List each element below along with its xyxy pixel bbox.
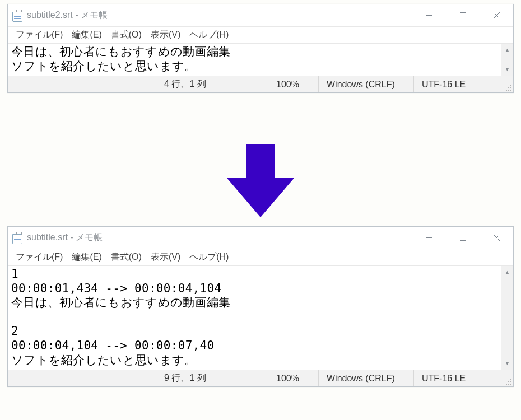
- content-area: 1 00:00:01,434 --> 00:00:04,104 今日は、初心者に…: [8, 266, 513, 370]
- menu-format[interactable]: 書式(O): [106, 28, 146, 42]
- notepad-icon: [12, 10, 22, 22]
- menu-format[interactable]: 書式(O): [106, 250, 146, 264]
- scroll-track[interactable]: [501, 56, 513, 63]
- menubar: ファイル(F) 編集(E) 書式(O) 表示(V) ヘルプ(H): [8, 27, 513, 44]
- svg-rect-8: [508, 90, 509, 91]
- menu-file[interactable]: ファイル(F): [11, 250, 67, 264]
- menu-edit[interactable]: 編集(E): [67, 28, 106, 42]
- notepad-icon: [12, 232, 22, 244]
- close-button[interactable]: [480, 4, 513, 26]
- scroll-down-button[interactable]: ▼: [501, 63, 513, 76]
- maximize-button[interactable]: [446, 4, 480, 26]
- text-editor[interactable]: 今日は、初心者にもおすすめの動画編集 ソフトを紹介したいと思います。: [8, 44, 501, 76]
- svg-rect-1: [460, 13, 466, 18]
- titlebar[interactable]: subtitle.srt - メモ帳: [8, 227, 513, 249]
- statusbar: 9 行、1 列 100% Windows (CRLF) UTF-16 LE: [8, 370, 513, 386]
- menu-view[interactable]: 表示(V): [146, 250, 185, 264]
- text-editor[interactable]: 1 00:00:01,434 --> 00:00:04,104 今日は、初心者に…: [8, 266, 501, 370]
- status-encoding: UTF-16 LE: [413, 76, 503, 92]
- down-arrow-icon: [0, 144, 521, 217]
- status-position: 4 行、1 列: [156, 76, 268, 92]
- content-area: 今日は、初心者にもおすすめの動画編集 ソフトを紹介したいと思います。 ▲ ▼: [8, 44, 513, 76]
- svg-rect-15: [510, 379, 511, 380]
- resize-grip[interactable]: [503, 370, 513, 386]
- scroll-up-button[interactable]: ▲: [501, 44, 513, 56]
- maximize-button[interactable]: [446, 227, 480, 249]
- scroll-track[interactable]: [501, 278, 513, 357]
- status-spacer: [8, 76, 156, 92]
- status-encoding: UTF-16 LE: [413, 370, 503, 386]
- svg-rect-19: [508, 384, 509, 385]
- titlebar[interactable]: subtitle2.srt - メモ帳: [8, 4, 513, 27]
- statusbar: 4 行、1 列 100% Windows (CRLF) UTF-16 LE: [8, 76, 513, 92]
- svg-rect-18: [510, 384, 511, 385]
- status-eol: Windows (CRLF): [318, 76, 413, 92]
- menubar: ファイル(F) 編集(E) 書式(O) 表示(V) ヘルプ(H): [8, 249, 513, 266]
- window-controls: [412, 4, 513, 26]
- window-controls: [412, 227, 513, 249]
- vertical-scrollbar[interactable]: ▲ ▼: [501, 266, 513, 370]
- menu-view[interactable]: 表示(V): [146, 28, 185, 42]
- menu-edit[interactable]: 編集(E): [67, 250, 106, 264]
- status-position: 9 行、1 列: [156, 370, 268, 386]
- svg-rect-9: [506, 90, 507, 91]
- svg-rect-17: [508, 381, 509, 382]
- svg-rect-5: [510, 87, 511, 88]
- notepad-window-2: subtitle.srt - メモ帳 ファイル(F) 編集(E) 書式(O) 表…: [7, 226, 514, 387]
- svg-rect-12: [460, 235, 466, 241]
- status-eol: Windows (CRLF): [318, 370, 413, 386]
- scroll-down-button[interactable]: ▼: [501, 357, 513, 370]
- svg-rect-4: [510, 85, 511, 86]
- menu-help[interactable]: ヘルプ(H): [185, 250, 233, 264]
- menu-file[interactable]: ファイル(F): [11, 28, 67, 42]
- svg-rect-20: [506, 384, 507, 385]
- status-zoom: 100%: [268, 370, 318, 386]
- status-zoom: 100%: [268, 76, 318, 92]
- svg-rect-16: [510, 381, 511, 382]
- scroll-up-button[interactable]: ▲: [501, 266, 513, 278]
- resize-grip[interactable]: [503, 76, 513, 92]
- window-title: subtitle.srt - メモ帳: [27, 232, 412, 244]
- minimize-button[interactable]: [412, 4, 446, 26]
- notepad-window-1: subtitle2.srt - メモ帳 ファイル(F) 編集(E) 書式(O) …: [7, 4, 514, 93]
- svg-marker-10: [227, 144, 294, 217]
- window-title: subtitle2.srt - メモ帳: [27, 10, 412, 21]
- menu-help[interactable]: ヘルプ(H): [185, 28, 233, 42]
- vertical-scrollbar[interactable]: ▲ ▼: [501, 44, 513, 76]
- status-spacer: [8, 370, 156, 386]
- svg-rect-7: [510, 90, 511, 91]
- svg-rect-6: [508, 87, 509, 88]
- minimize-button[interactable]: [412, 227, 446, 249]
- close-button[interactable]: [480, 227, 513, 249]
